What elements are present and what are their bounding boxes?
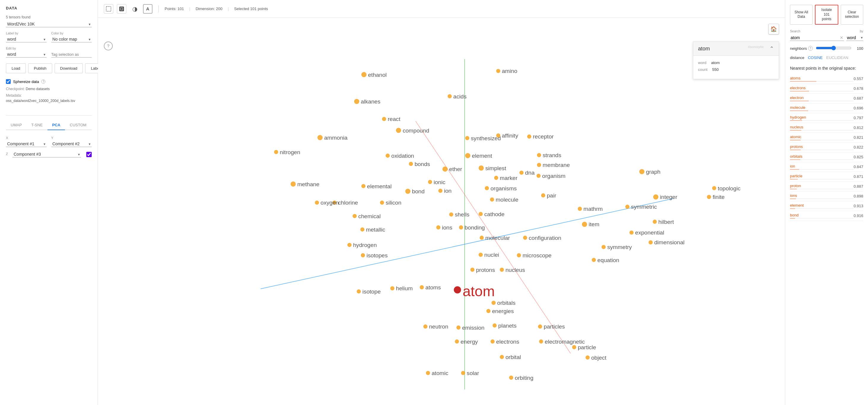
nearest-score: 0.797 — [854, 115, 863, 120]
nearest-item: protons 0.822 — [790, 143, 863, 153]
search-input-wrap: ✕ — [790, 35, 844, 41]
selection-icon[interactable] — [104, 4, 113, 14]
help-button[interactable]: ? — [104, 41, 113, 50]
svg-rect-0 — [106, 6, 111, 11]
svg-text:energy: energy — [460, 339, 478, 345]
nearest-item: nucleus 0.812 — [790, 123, 863, 133]
svg-text:strands: strands — [542, 152, 561, 158]
color-by-select[interactable]: No color map — [51, 36, 92, 42]
tab-custom[interactable]: CUSTOM — [65, 121, 91, 130]
svg-point-157 — [509, 376, 513, 380]
svg-point-83 — [436, 225, 440, 230]
edit-by-select[interactable]: word — [6, 51, 46, 58]
svg-text:affinity: affinity — [502, 133, 518, 139]
search-input[interactable] — [790, 35, 844, 41]
label-by-wrapper: word — [6, 36, 46, 42]
z-component-select[interactable]: Component #3 Component #1 Component #2 — [12, 151, 81, 158]
nearest-word[interactable]: molecule — [790, 105, 805, 110]
euclidean-option[interactable]: EUCLIDEAN — [826, 56, 848, 60]
svg-point-107 — [478, 252, 483, 257]
nearest-score: 0.822 — [854, 145, 863, 149]
nearest-word[interactable]: ions — [790, 193, 797, 198]
text-label-icon[interactable]: A — [143, 4, 153, 14]
nearest-word[interactable]: ion — [790, 164, 795, 168]
svg-point-11 — [354, 99, 359, 104]
publish-button[interactable]: Publish — [28, 63, 52, 73]
svg-point-81 — [625, 205, 629, 209]
svg-point-135 — [456, 326, 460, 330]
popup-close[interactable]: ⌃ — [770, 45, 774, 52]
stats-points: Points: 101 — [165, 6, 184, 11]
nearest-word[interactable]: atomic — [790, 135, 801, 139]
neighbors-slider[interactable] — [816, 46, 851, 50]
y-component-select[interactable]: Component #2 Component #1 Component #3 — [51, 141, 92, 147]
neighbors-help-icon[interactable]: ? — [808, 46, 813, 51]
action-buttons: Load Publish Download Label — [6, 63, 92, 73]
nearest-word[interactable]: electron — [790, 96, 804, 100]
svg-text:particles: particles — [544, 324, 565, 330]
canvas-area[interactable]: ethanolaminoacidsalkanesreactcompoundaff… — [98, 18, 785, 405]
nearest-word[interactable]: protons — [790, 144, 803, 149]
nearest-word[interactable]: nucleus — [790, 125, 803, 129]
svg-text:solar: solar — [467, 370, 479, 376]
svg-text:pair: pair — [547, 193, 557, 199]
svg-point-127 — [486, 309, 490, 313]
tab-umap[interactable]: UMAP — [6, 121, 27, 130]
svg-text:chlorine: chlorine — [338, 200, 358, 206]
sphereize-checkbox[interactable] — [6, 79, 11, 84]
right-panel: Show All Data Isolate 101 points Clear s… — [785, 0, 868, 405]
label-by-select[interactable]: word — [6, 36, 46, 42]
nearest-word[interactable]: particle — [790, 174, 802, 178]
home-button[interactable]: 🏠 — [768, 24, 779, 34]
sphereize-label: Sphereize data — [13, 79, 39, 84]
edit-row: Edit by word — [6, 46, 92, 58]
label-color-row: Label by word Color by No color map — [6, 31, 92, 42]
svg-point-137 — [492, 324, 497, 328]
left-panel: DATA 5 tensors found Word2Vec 10K Word2V… — [0, 0, 98, 405]
svg-point-63 — [541, 193, 545, 198]
svg-text:atomic: atomic — [432, 370, 448, 376]
color-by-wrapper: No color map — [51, 36, 92, 42]
download-button[interactable]: Download — [55, 63, 83, 73]
z-label: Z — [6, 152, 9, 156]
isolate-button[interactable]: Isolate 101 points — [815, 5, 838, 25]
nearest-word[interactable]: electrons — [790, 86, 806, 90]
nearest-word[interactable]: proton — [790, 183, 801, 188]
svg-point-61 — [639, 169, 644, 174]
crop-icon[interactable] — [117, 4, 126, 14]
svg-point-103 — [649, 240, 653, 245]
nearest-word[interactable]: atoms — [790, 76, 800, 80]
svg-point-49 — [494, 176, 498, 180]
load-button[interactable]: Load — [6, 63, 26, 73]
svg-point-123 — [454, 286, 461, 293]
svg-point-149 — [500, 355, 504, 359]
panel-title: DATA — [6, 6, 92, 10]
dark-mode-icon[interactable]: ◑ — [130, 4, 140, 14]
tag-input[interactable] — [51, 52, 92, 58]
clear-selection-button[interactable]: Clear selection — [841, 5, 863, 25]
by-select[interactable]: word label count — [846, 35, 863, 41]
nearest-word[interactable]: hydrogen — [790, 115, 806, 120]
dataset-select[interactable]: Word2Vec 10K Word2Vec 100K GloVe 50K — [6, 21, 92, 27]
nearest-word[interactable]: orbitals — [790, 154, 802, 159]
nearest-score: 0.898 — [854, 194, 863, 198]
tab-pca[interactable]: PCA — [48, 121, 65, 130]
svg-text:ionic: ionic — [434, 179, 445, 185]
x-component-select[interactable]: Component #1 Component #2 Component #3 — [6, 141, 46, 147]
nearest-word[interactable]: bond — [790, 213, 799, 217]
cosine-option[interactable]: COSINE — [808, 56, 823, 60]
nearest-item: ion 0.847 — [790, 162, 863, 172]
label-by-col: Label by word — [6, 31, 46, 42]
metadata-value: oss_data/word2vec_10000_200d_labels.tsv — [6, 99, 75, 103]
neighbors-value: 100 — [855, 46, 863, 51]
checkpoint-label: Checkpoint: — [6, 87, 25, 91]
search-label: Search — [790, 29, 800, 33]
show-all-button[interactable]: Show All Data — [790, 5, 812, 25]
tab-tsne[interactable]: T-SNE — [27, 121, 48, 130]
sphereize-help[interactable]: ? — [41, 79, 45, 83]
z-checkbox[interactable] — [86, 152, 92, 157]
svg-text:metallic: metallic — [366, 227, 385, 233]
svg-text:orbiting: orbiting — [515, 375, 533, 381]
nearest-word[interactable]: element — [790, 203, 804, 207]
svg-text:atoms: atoms — [425, 284, 441, 291]
